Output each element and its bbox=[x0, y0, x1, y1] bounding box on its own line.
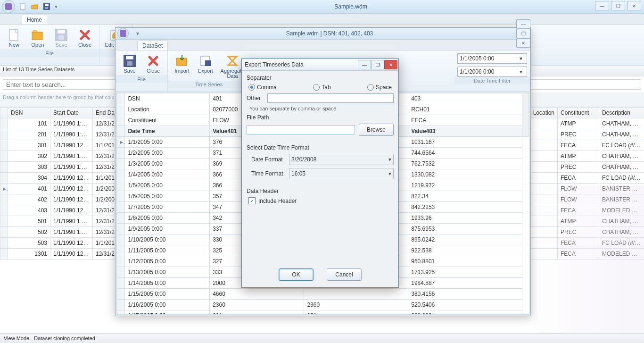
dataset-scrollbar[interactable] bbox=[522, 93, 528, 137]
chevron-down-icon: ▾ bbox=[388, 170, 391, 177]
col-start[interactable]: Start Date bbox=[50, 108, 93, 118]
svg-rect-1 bbox=[32, 5, 38, 9]
ribbon-save-button[interactable]: Save bbox=[50, 26, 73, 50]
app-menu-button[interactable] bbox=[2, 0, 15, 13]
ribbon-group-file: New Open Save Close File bbox=[0, 25, 99, 65]
cancel-button[interactable]: Cancel bbox=[327, 268, 362, 281]
other-separator-input[interactable] bbox=[267, 93, 394, 103]
maximize-button[interactable]: ❐ bbox=[611, 1, 625, 10]
chevron-down-icon: ▾ bbox=[388, 156, 391, 163]
date-from-field[interactable]: 1/1/2005 0:00▾ bbox=[457, 53, 527, 64]
child-save-button[interactable]: Save bbox=[118, 52, 141, 75]
child-group-file: Save Close File bbox=[116, 50, 168, 91]
child-import-button[interactable]: Import bbox=[171, 52, 193, 81]
child-group-file-cap: File bbox=[116, 75, 167, 83]
child-group-dtf-cap: Date Time Filter bbox=[454, 77, 530, 84]
ribbon-new-button[interactable]: New bbox=[3, 26, 25, 50]
dataheader-section-label: Data Header bbox=[247, 188, 394, 194]
col-loc[interactable]: Location bbox=[529, 108, 558, 118]
col-indicator bbox=[0, 108, 8, 118]
qat-open-icon[interactable] bbox=[31, 3, 39, 10]
date-to-field[interactable]: 1/1/2006 0:00▾ bbox=[457, 67, 527, 77]
app-tabrow: Home bbox=[0, 14, 644, 25]
svg-rect-6 bbox=[32, 32, 42, 40]
qat-save-icon[interactable] bbox=[43, 3, 50, 10]
ok-button[interactable]: OK bbox=[279, 268, 314, 281]
svg-rect-13 bbox=[127, 61, 132, 66]
include-header-checkbox[interactable]: ✓Include Header bbox=[247, 197, 394, 204]
child-qat-customize-icon[interactable]: ▾ bbox=[132, 30, 143, 37]
ribbon-close-button[interactable]: Close bbox=[74, 26, 96, 50]
app-title: Sample.wdm bbox=[58, 3, 644, 10]
svg-rect-4 bbox=[45, 7, 48, 9]
col-const[interactable]: Constituent bbox=[558, 108, 599, 118]
col-desc[interactable]: Description bbox=[599, 108, 644, 118]
ribbon-open-button[interactable]: Open bbox=[26, 26, 49, 50]
svg-rect-3 bbox=[45, 4, 49, 6]
child-export-button[interactable]: Export bbox=[194, 52, 217, 81]
quick-access-toolbar: ▾ bbox=[15, 3, 58, 10]
qat-new-icon[interactable] bbox=[20, 3, 26, 10]
app-root: ▾ Sample.wdm — ❐ ✕ Home New Open Save Cl… bbox=[0, 0, 644, 343]
child-group-dtfilter: 1/1/2005 0:00▾ 1/1/2006 0:00▾ Date Time … bbox=[454, 50, 530, 91]
child-close-button-ribbon[interactable]: Close bbox=[142, 52, 165, 75]
browse-button[interactable]: Browse bbox=[359, 124, 394, 136]
dataset-window-icon[interactable] bbox=[117, 28, 129, 39]
export-dialog: Export Timeseries Data — ❐ ✕ Separator C… bbox=[241, 59, 399, 288]
separator-space-radio[interactable]: Space bbox=[367, 84, 392, 91]
separator-tab-radio[interactable]: Tab bbox=[313, 84, 330, 91]
tab-home[interactable]: Home bbox=[22, 15, 47, 24]
svg-rect-16 bbox=[205, 60, 211, 66]
filepath-label: File Path bbox=[247, 114, 394, 121]
child-group-ts: Import Export Aggregate Data Time Series bbox=[168, 50, 250, 91]
dateformat-select[interactable]: 3/20/2008▾ bbox=[289, 154, 394, 165]
separator-hint: You can separate by comma or space bbox=[247, 106, 394, 111]
separator-comma-radio[interactable]: Comma bbox=[248, 84, 277, 91]
dialog-close-button[interactable]: ✕ bbox=[384, 60, 397, 69]
dialog-maximize-button[interactable]: ❐ bbox=[371, 60, 384, 69]
svg-rect-0 bbox=[20, 4, 25, 9]
close-button[interactable]: ✕ bbox=[627, 1, 641, 10]
dialog-titlebar[interactable]: Export Timeseries Data — ❐ ✕ bbox=[242, 59, 398, 71]
status-bar: View Mode Dataset cloning completed bbox=[0, 333, 644, 343]
child-maximize-button[interactable]: ❐ bbox=[516, 29, 530, 38]
dataset-titlebar: ▾ Sample.wdm | DSN: 401, 402, 403 — ❐ ✕ bbox=[116, 28, 530, 40]
svg-rect-8 bbox=[58, 30, 65, 33]
dateformat-label: Date Format bbox=[251, 156, 285, 163]
datetime-section-label: Select Date Time Format bbox=[247, 144, 394, 151]
tab-dataset[interactable]: DataSet bbox=[137, 41, 168, 50]
minimize-button[interactable]: — bbox=[595, 1, 609, 10]
status-message: Dataset cloning completed bbox=[34, 335, 95, 341]
col-dsn[interactable]: DSN bbox=[8, 108, 50, 118]
child-group-ts-cap: Time Series bbox=[168, 81, 250, 88]
ribbon-group-file-caption: File bbox=[0, 50, 99, 57]
child-close-button[interactable]: ✕ bbox=[516, 38, 530, 48]
status-mode: View Mode bbox=[4, 335, 29, 341]
filepath-input[interactable] bbox=[247, 125, 355, 134]
timeformat-label: Time Format bbox=[251, 170, 285, 177]
table-row[interactable]: 1/15/2005 0:004660380.4156 bbox=[117, 289, 529, 300]
separator-label: Separator bbox=[247, 75, 394, 81]
chevron-down-icon[interactable]: ▾ bbox=[517, 68, 525, 75]
table-row[interactable]: 1/17/2005 0:00961961600.833 bbox=[117, 310, 529, 315]
other-label: Other bbox=[247, 95, 264, 101]
timeformat-select[interactable]: 16:05▾ bbox=[289, 168, 394, 179]
svg-rect-12 bbox=[126, 56, 133, 59]
child-tabrow: DataSet bbox=[116, 40, 530, 50]
window-buttons: — ❐ ✕ bbox=[595, 1, 641, 10]
svg-rect-9 bbox=[58, 35, 64, 40]
table-row[interactable]: 1/16/2005 0:0023602360520.5406 bbox=[117, 300, 529, 310]
chevron-down-icon[interactable]: ▾ bbox=[517, 55, 525, 62]
svg-rect-5 bbox=[9, 29, 18, 41]
app-titlebar: ▾ Sample.wdm — ❐ ✕ bbox=[0, 0, 644, 14]
dataset-title: Sample.wdm | DSN: 401, 402, 403 bbox=[143, 30, 516, 37]
dialog-minimize-button[interactable]: — bbox=[358, 60, 371, 69]
child-minimize-button[interactable]: — bbox=[516, 19, 530, 29]
